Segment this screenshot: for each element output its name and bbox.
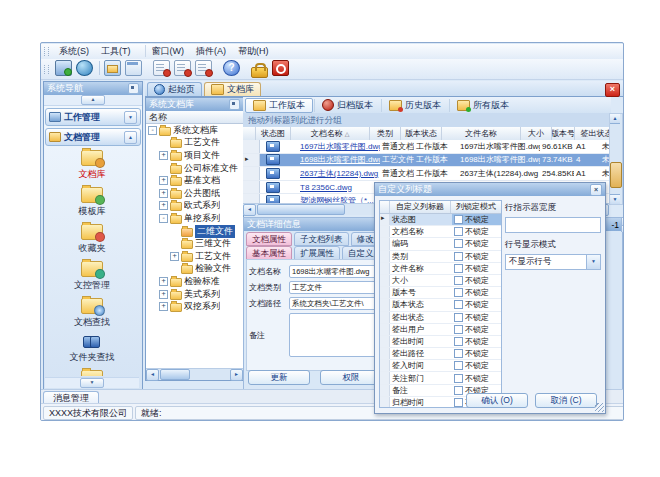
tree-node[interactable]: - 单挖系列 [146,212,243,225]
sidebar-item[interactable]: 文控管理 [74,261,110,292]
remark-field[interactable] [289,313,385,357]
doc-tab[interactable]: 起始页 [147,82,202,96]
spinner-down-icon[interactable]: ▼ [621,225,624,233]
help-icon[interactable] [223,60,240,76]
doc-action-icon-3[interactable] [195,60,212,76]
indicator-width-input[interactable] [506,218,621,232]
dialog-grid-row[interactable]: 编码 不锁定 [380,238,501,250]
lock-checkbox[interactable] [454,252,463,261]
tree-node[interactable]: 工艺文件 [146,137,243,150]
dialog-grid-row[interactable]: 签出时间 不锁定 [380,336,501,348]
expander-icon[interactable]: + [159,290,168,299]
doc-name-link[interactable]: 1697出水嘴零件图.dwg [298,141,380,152]
menu-item[interactable]: 帮助(H) [232,45,275,57]
dialog-grid-row[interactable]: 关注部门 不锁定 [380,372,501,384]
tree-node[interactable]: + 基准文档 [146,174,243,187]
group-work-management[interactable]: 工作管理 ▼ [45,108,141,126]
dialog-grid-row[interactable]: 版本号 不锁定 [380,287,501,299]
doc-action-icon-2[interactable] [174,60,191,76]
tree-node[interactable]: + 工艺文件 [146,250,243,263]
table-vertical-scrollbar[interactable]: ▲ ▼ [609,113,623,205]
doc-tab[interactable]: 文档库 [204,82,261,96]
chevron-icon[interactable]: ▼ [124,111,137,124]
chevron-down-icon[interactable]: ▼ [586,255,600,269]
scrollbar-thumb[interactable] [257,204,345,215]
lock-checkbox[interactable] [454,276,463,285]
expander-icon[interactable]: + [159,277,168,286]
window-split-icon[interactable] [125,60,142,76]
detail-tab[interactable]: 子文档列表 [294,232,349,246]
lock-checkbox[interactable] [454,300,463,309]
sidebar-item[interactable]: 文件夹查找 [70,335,115,364]
lock-checkbox[interactable] [454,325,463,334]
tree-node[interactable]: 三维文件 [146,237,243,250]
dialog-grid-row[interactable]: 签出用户 不锁定 [380,324,501,336]
column-header[interactable]: 状态图 [256,127,291,140]
folder-open-icon[interactable] [104,60,121,76]
tree-node[interactable]: + 公共图纸 [146,187,243,200]
tree-node[interactable]: 二维文件 [146,225,243,238]
dialog-grid-row[interactable]: 类别 不锁定 [380,251,501,263]
resize-grip[interactable] [595,403,604,412]
detail-subtab[interactable]: 基本属性 [246,246,292,260]
doc-name-link[interactable]: 塑滤网钢丝胶管（*... [298,195,380,203]
doc-action-icon-1[interactable] [153,60,170,76]
lock-checkbox[interactable] [454,239,463,248]
doc-path-field[interactable]: 系统文档夹\工艺文件\ [289,297,385,310]
dialog-grid-row[interactable]: 文件名称 不锁定 [380,263,501,275]
tree-node[interactable]: + 美式系列 [146,288,243,301]
lock-checkbox[interactable] [454,313,463,322]
expander-icon[interactable]: + [159,201,168,210]
row-number-mode-dropdown[interactable]: 不显示行号 ▼ [505,254,601,270]
lock-checkbox[interactable] [454,374,463,383]
expander-icon[interactable]: + [159,189,168,198]
dialog-grid-row[interactable]: 签出状态 不锁定 [380,312,501,324]
stop-icon[interactable] [272,60,289,76]
menu-item[interactable]: 工具(T) [95,45,137,57]
expander-icon[interactable]: + [159,151,168,160]
pc-check-icon[interactable] [55,60,72,76]
scroll-up-icon[interactable]: ▲ [81,95,105,105]
dialog-grid-row[interactable]: 签入时间 不锁定 [380,360,501,372]
tree-column-header[interactable]: 名称 [146,111,243,124]
doc-name-link[interactable]: 1698出水嘴零件图.dwg [298,154,380,165]
tree-node[interactable]: 检验文件 [146,263,243,276]
lock-mode-header[interactable]: 列锁定模式 [451,201,501,213]
dialog-grid-row[interactable]: 文档名称 不锁定 [380,226,501,238]
sidebar-item[interactable]: 签出的文档 [70,370,115,376]
doc-name-link[interactable]: 2637主体(12284).dwg [298,168,380,179]
lock-checkbox[interactable] [454,337,463,346]
pin-icon[interactable] [229,99,240,110]
cancel-button[interactable]: 取消 (C) [535,393,597,408]
tree-node[interactable]: 公司标准文件 [146,162,243,175]
scroll-up-icon[interactable]: ▲ [610,114,620,124]
doc-name-field[interactable]: 1698出水嘴零件图.dwg [289,265,385,278]
tree-node[interactable]: - 系统文档库 [146,124,243,137]
doc-name-link[interactable]: T8 2356C.dwg [298,183,380,192]
lock-checkbox[interactable] [454,227,463,236]
sidebar-item[interactable]: 模板库 [79,187,106,218]
scroll-left-icon[interactable]: ◄ [243,204,256,216]
menu-item[interactable]: 系统(S) [53,45,95,57]
lock-checkbox[interactable] [454,288,463,297]
menu-item[interactable]: 插件(A) [190,45,232,57]
lock-icon[interactable] [251,67,268,78]
globe-icon[interactable] [76,60,93,76]
table-row[interactable]: 1698出水嘴零件图.dwg 工艺文件 工作版本 1698出水嘴零件图.dwg … [243,154,609,168]
dialog-grid-row[interactable]: 版本状态 不锁定 [380,299,501,311]
sidebar-item[interactable]: 文档查找 [74,298,110,329]
version-tab[interactable]: 历史版本 [381,99,448,112]
tree-node[interactable]: + 欧式系列 [146,200,243,213]
tree-node[interactable]: + 检验标准 [146,275,243,288]
table-row[interactable]: 2637主体(12284).dwg 普通文档 工作版本 2637主体(12284… [243,167,609,181]
column-header[interactable]: 版本号 [552,127,575,140]
dialog-title-bar[interactable]: 自定义列标题 × [375,183,605,196]
dialog-grid-row[interactable]: 大小 不锁定 [380,275,501,287]
tree-horizontal-scrollbar[interactable]: ◄ ► [146,368,243,380]
table-row[interactable]: 1697出水嘴零件图.dwg 普通文档 工作版本 1697出水嘴零件图.dwg … [243,140,609,154]
doc-type-field[interactable]: 工艺文件 [289,281,385,294]
scroll-left-icon[interactable]: ◄ [146,369,159,381]
update-button[interactable]: 更新 [248,370,310,385]
column-header[interactable]: 文件名称 [442,127,521,140]
pin-icon[interactable] [128,83,139,94]
